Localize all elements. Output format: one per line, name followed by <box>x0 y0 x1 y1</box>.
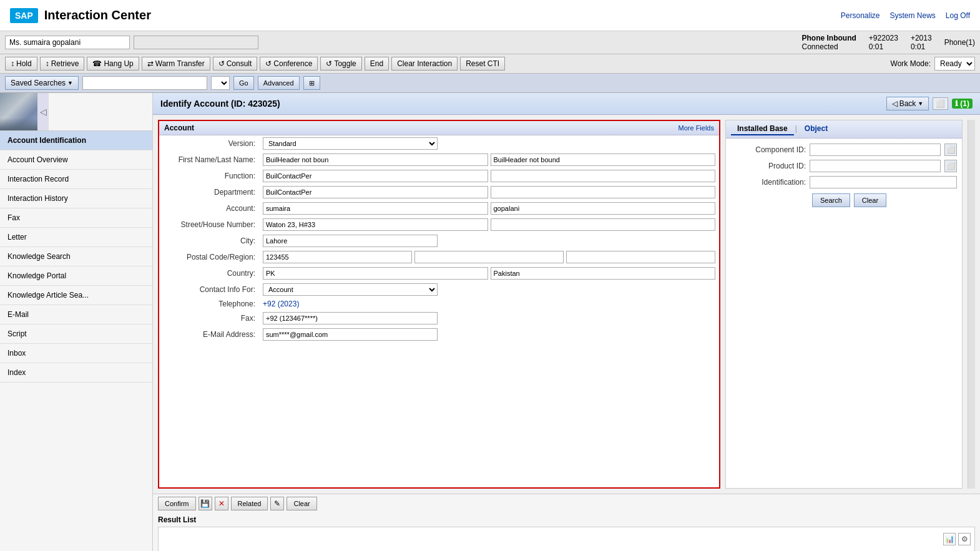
sidebar-item-fax[interactable]: Fax <box>0 208 152 228</box>
bottom-actions: Confirm 💾 ✕ Related ✎ Clear <box>153 494 980 513</box>
sidebar-item-email[interactable]: E-Mail <box>0 305 152 324</box>
conference-button[interactable]: ↺ Conference <box>260 57 318 71</box>
sidebar-item-interaction-history[interactable]: Interaction History <box>0 189 152 208</box>
account-last-input[interactable] <box>491 202 716 215</box>
saved-searches-button[interactable]: Saved Searches ▼ <box>5 76 79 90</box>
retrieve-button[interactable]: ↕ Retrieve <box>40 57 85 71</box>
hangup-button[interactable]: ☎ Hang Up <box>87 57 139 71</box>
version-label: Version: <box>159 135 259 152</box>
settings-icon: ⚙ <box>961 535 968 544</box>
sidebar-item-inbox[interactable]: Inbox <box>0 344 152 363</box>
clear-interaction-button[interactable]: Clear Interaction <box>391 57 458 71</box>
back-button[interactable]: ◁ Back ▼ <box>886 97 929 110</box>
account-panel-title: Account <box>164 124 194 132</box>
postal-row: Postal Code/Region: <box>159 249 719 265</box>
confirm-button[interactable]: Confirm <box>158 497 196 510</box>
email-input[interactable] <box>263 328 438 341</box>
region-input2[interactable] <box>566 251 715 263</box>
sidebar-collapse-button[interactable]: ◁ <box>37 93 49 130</box>
component-id-lookup-button[interactable]: ⬜ <box>944 144 957 156</box>
consult-button[interactable]: ↺ Consult <box>213 57 258 71</box>
workmode-label: Work Mode: <box>891 59 931 68</box>
app-title: Interaction Center <box>44 8 151 22</box>
edit-icon-button[interactable]: ✎ <box>270 497 284 510</box>
workmode-area: Work Mode: Ready <box>891 57 975 71</box>
telephone-link[interactable]: +92 (2023) <box>263 300 299 308</box>
function-input1[interactable] <box>263 170 488 182</box>
cti-channel: Phone(1) <box>944 38 975 47</box>
system-news-link[interactable]: System News <box>890 11 936 20</box>
department-input2[interactable] <box>491 186 716 198</box>
save-icon-button[interactable]: 💾 <box>198 497 212 510</box>
tab-installed-base[interactable]: Installed Base <box>731 123 794 135</box>
firstname-input[interactable] <box>263 154 488 166</box>
contact-info-select[interactable]: Account <box>263 283 438 296</box>
street-input[interactable] <box>263 218 488 231</box>
sidebar-item-knowledge-portal[interactable]: Knowledge Portal <box>0 266 152 286</box>
personalize-link[interactable]: Personalize <box>841 11 880 20</box>
sidebar-item-interaction-record[interactable]: Interaction Record <box>0 170 152 189</box>
saved-searches-input[interactable] <box>82 76 207 90</box>
product-id-input[interactable] <box>810 160 941 172</box>
installed-search-button[interactable]: Search <box>812 193 850 207</box>
product-id-lookup-button[interactable]: ⬜ <box>944 160 957 172</box>
result-list-title: Result List <box>158 515 975 524</box>
lastname-input[interactable] <box>491 154 716 166</box>
account-label: Account: <box>159 200 259 217</box>
sidebar-item-account-identification[interactable]: Account Identification <box>0 131 152 150</box>
conference-icon: ↺ <box>265 59 272 68</box>
save-icon: 💾 <box>200 499 210 508</box>
warm-transfer-button[interactable]: ⇄ Warm Transfer <box>142 57 210 71</box>
clear-button[interactable]: Clear <box>287 497 316 510</box>
spacer-icon-btn[interactable]: ⬜ <box>933 97 948 110</box>
toggle-button[interactable]: ↺ Toggle <box>320 57 361 71</box>
sidebar-item-knowledge-search[interactable]: Knowledge Search <box>0 247 152 266</box>
fax-input[interactable] <box>263 312 438 324</box>
go-button[interactable]: Go <box>233 76 254 90</box>
end-button[interactable]: End <box>365 57 389 71</box>
region-input[interactable] <box>414 251 564 263</box>
hold-button[interactable]: ↕ Hold <box>5 57 37 71</box>
city-input[interactable] <box>263 235 438 247</box>
installed-clear-button[interactable]: Clear <box>854 193 886 207</box>
result-list-area: 📊 ⚙ <box>158 527 975 551</box>
chart-icon: 📊 <box>945 535 954 544</box>
related-button[interactable]: Related <box>231 497 268 510</box>
main-layout: ◁ Account Identification Account Overvie… <box>0 93 980 551</box>
version-field: Standard <box>259 135 719 152</box>
log-off-link[interactable]: Log Off <box>946 11 970 20</box>
department-row: Department: <box>159 184 719 200</box>
country-code-input[interactable] <box>263 267 488 280</box>
sidebar-item-script[interactable]: Script <box>0 324 152 344</box>
sidebar-item-index[interactable]: Index <box>0 363 152 383</box>
version-select[interactable]: Standard <box>263 137 438 150</box>
workmode-select[interactable]: Ready <box>934 57 975 71</box>
search-type-select[interactable] <box>211 76 230 90</box>
postal-input[interactable] <box>263 251 412 263</box>
sidebar-item-letter[interactable]: Letter <box>0 228 152 247</box>
cancel-icon: ✕ <box>218 499 225 508</box>
cancel-icon-button[interactable]: ✕ <box>215 497 228 510</box>
search-options-icon-button[interactable]: ⊞ <box>303 76 320 90</box>
city-row: City: <box>159 233 719 249</box>
tab-object[interactable]: Object <box>798 123 834 135</box>
settings-icon-button[interactable]: ⚙ <box>958 533 971 545</box>
country-name-input[interactable] <box>491 267 716 280</box>
sidebar-item-account-overview[interactable]: Account Overview <box>0 150 152 170</box>
reset-cti-button[interactable]: Reset CTI <box>460 57 505 71</box>
account-row: Account: <box>159 200 719 217</box>
advanced-button[interactable]: Advanced <box>258 76 300 90</box>
department-input1[interactable] <box>263 186 488 198</box>
toggle-icon: ↺ <box>326 59 332 68</box>
account-first-input[interactable] <box>263 202 488 215</box>
right-scrollbar[interactable] <box>968 120 975 489</box>
function-input2[interactable] <box>491 170 716 182</box>
sidebar-item-knowledge-article[interactable]: Knowledge Article Sea... <box>0 286 152 305</box>
component-id-input[interactable] <box>810 144 941 156</box>
warm-transfer-icon: ⇄ <box>147 59 154 68</box>
chart-icon-button[interactable]: 📊 <box>943 533 956 545</box>
identification-input[interactable] <box>810 176 957 188</box>
department-label: Department: <box>159 184 259 200</box>
house-input[interactable] <box>491 218 716 231</box>
more-fields-link[interactable]: More Fields <box>679 124 714 132</box>
